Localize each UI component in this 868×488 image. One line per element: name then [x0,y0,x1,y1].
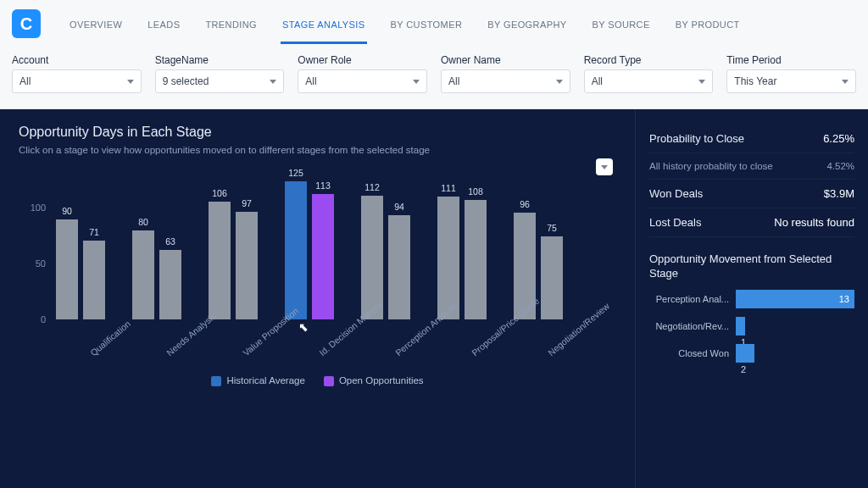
chart-options-button[interactable] [596,158,613,175]
bar-historical[interactable]: 112 [361,196,383,319]
metric-value: 4.52% [826,161,854,171]
filter-value: This Year [734,75,776,87]
filter-account-select[interactable]: All [12,69,142,93]
metric-label: Lost Deals [649,216,701,229]
y-tick: 50 [36,258,46,269]
filter-label: Account [12,54,142,66]
x-axis-label: Id. Decision Makers [317,317,363,358]
chart-bar-group[interactable]: 10697 [209,202,259,319]
x-axis-label: Value Proposition [241,317,287,358]
filter-owner-name-select[interactable]: All [441,69,570,93]
filter-time-period-select[interactable]: This Year [726,69,856,93]
tab-by-customer[interactable]: BY CUSTOMER [389,4,465,44]
movement-bar[interactable]: 13 [736,290,854,308]
stage-days-chart[interactable]: 0 50 100 9071806310697125113112941111089… [19,175,616,370]
chart-bar-group[interactable]: 9071 [56,219,107,319]
bar-open[interactable]: 94 [388,215,410,319]
y-tick: 0 [41,314,46,324]
filter-label: Owner Role [298,54,427,66]
bar-historical[interactable]: 106 [209,202,231,319]
app-logo: C [12,9,41,38]
chevron-down-icon [842,80,849,84]
tab-by-product[interactable]: BY PRODUCT [674,4,742,44]
bar-historical[interactable]: 125 [285,181,307,319]
bar-open[interactable]: 63 [159,250,181,319]
filter-owner-role: Owner Role All [298,54,427,93]
legend-swatch-icon [324,376,334,386]
movement-bar[interactable] [736,317,745,336]
movement-bar-track: 1 [736,317,854,336]
filter-time-period: Time Period This Year [726,54,856,93]
metric-won-deals: Won Deals $3.9M [649,180,854,208]
movement-bar-row[interactable]: Perception Anal...13 [649,290,854,308]
bar-value-label: 94 [394,202,404,212]
movement-chart[interactable]: Perception Anal...13Negotiation/Rev...1C… [649,290,854,363]
movement-bar-label: Closed Won [649,348,729,358]
chart-y-axis: 0 50 100 [19,175,47,319]
bar-value-label: 71 [89,227,99,237]
summary-panel: Probability to Close 6.25% All history p… [635,109,868,488]
legend-item-open: Open Opportunities [324,375,424,386]
legend-label: Historical Average [226,375,304,385]
dashboard-body: Opportunity Days in Each Stage Click on … [0,109,868,488]
chart-legend: Historical Average Open Opportunities [19,375,616,386]
movement-bar-row[interactable]: Closed Won2 [649,344,854,363]
bar-open[interactable]: 75 [541,236,563,319]
panel-subtitle: Click on a stage to view how opportuniti… [19,145,616,155]
filter-stagename-select[interactable]: 9 selected [155,69,285,93]
chevron-down-icon [413,80,420,84]
chart-bar-group[interactable]: 8063 [132,230,183,319]
bar-historical[interactable]: 111 [437,197,459,319]
chart-bar-group[interactable]: 111108 [437,197,488,319]
tab-by-geography[interactable]: BY GEOGRAPHY [486,4,568,44]
filter-record-type-select[interactable]: All [584,69,714,93]
movement-bar-label: Negotiation/Rev... [649,321,729,331]
filter-value: All [305,75,316,87]
bar-value-label: 111 [441,183,456,193]
chart-bar-group[interactable]: 125113 [285,181,336,319]
tab-leads[interactable]: LEADS [146,4,181,44]
chevron-down-icon [698,80,705,84]
bar-value-label: 96 [520,199,530,209]
movement-bar-track: 13 [736,290,854,308]
bar-value-label: 108 [468,186,483,197]
bar-value-label: 75 [547,223,557,233]
bar-open[interactable]: 113 [312,194,334,319]
bar-value-label: 63 [165,236,175,247]
bar-value-label: 90 [62,206,72,216]
panel-title: Opportunity Days in Each Stage [19,125,616,140]
metric-all-history-probability: All history probablity to close 4.52% [649,153,854,180]
chart-x-labels: QualificationNeeds AnalysisValue Proposi… [51,319,616,360]
bar-open[interactable]: 71 [83,241,105,319]
filter-record-type: Record Type All [584,54,714,93]
filter-owner-role-select[interactable]: All [298,69,427,93]
tab-overview[interactable]: OVERVIEW [68,4,124,44]
filter-value: All [448,75,459,87]
bar-value-label: 113 [315,180,331,191]
filter-label: StageName [155,54,285,66]
filter-label: Owner Name [441,54,570,66]
tab-stage-analysis[interactable]: STAGE ANALYSIS [281,4,367,44]
bar-value-label: 106 [212,188,227,198]
legend-swatch-icon [211,376,221,386]
bar-historical[interactable]: 80 [132,230,154,319]
x-axis-label: Qualification [88,317,134,358]
movement-bar-label: Perception Anal... [649,294,729,304]
bar-value-label: 125 [288,168,303,178]
bar-historical[interactable]: 90 [56,219,78,319]
bar-open[interactable]: 108 [465,200,487,319]
tab-trending[interactable]: TRENDING [203,4,259,44]
metric-value: 6.25% [823,132,854,145]
chart-bar-group[interactable]: 11294 [361,196,412,319]
chevron-down-icon [556,80,563,84]
filter-label: Record Type [584,54,714,66]
y-tick: 100 [31,202,46,213]
filter-value: All [19,75,31,87]
x-axis-label: Negotiation/Review [546,317,592,358]
bar-open[interactable]: 97 [236,212,258,319]
filter-stagename: StageName 9 selected [155,54,285,93]
tab-by-source[interactable]: BY SOURCE [590,4,651,44]
movement-bar-row[interactable]: Negotiation/Rev...1 [649,317,854,336]
movement-bar[interactable] [736,344,754,363]
nav-tabs: OVERVIEW LEADS TRENDING STAGE ANALYSIS B… [68,4,742,44]
